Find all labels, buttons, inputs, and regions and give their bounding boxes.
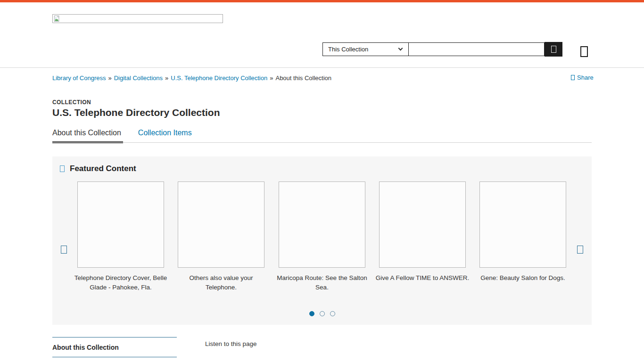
- featured-card-image[interactable]: [178, 181, 264, 268]
- breadcrumb-separator: »: [165, 74, 168, 82]
- site-header: This Collection: [0, 2, 644, 68]
- page: This Collection Library of Congress»Digi…: [0, 0, 644, 362]
- featured-card-caption[interactable]: Maricopa Route: See the Salton Sea.: [275, 273, 369, 292]
- carousel-previous-icon[interactable]: [61, 246, 67, 254]
- featured-content-icon: [60, 165, 65, 172]
- search-input[interactable]: [408, 42, 545, 56]
- search-button[interactable]: [545, 42, 562, 57]
- featured-card-image[interactable]: [379, 181, 466, 268]
- featured-card-image[interactable]: [77, 181, 164, 268]
- featured-content-title: Featured Content: [70, 164, 136, 173]
- featured-card-caption[interactable]: Telephone Directory Cover, Belle Glade -…: [74, 273, 168, 292]
- featured-card-caption[interactable]: Others also value your Telephone.: [174, 273, 268, 292]
- breadcrumb-link-collection[interactable]: U.S. Telephone Directory Collection: [171, 74, 267, 82]
- tab-bar: About this Collection Collection Items: [52, 129, 192, 143]
- search-scope-select[interactable]: This Collection: [322, 42, 408, 56]
- breadcrumb-separator: »: [108, 74, 111, 82]
- tab-about-this-collection[interactable]: About this Collection: [52, 129, 123, 143]
- tab-collection-items[interactable]: Collection Items: [138, 129, 192, 143]
- carousel-dot-1[interactable]: [309, 311, 314, 316]
- featured-card-caption[interactable]: Give A Fellow TIME to ANSWER.: [375, 273, 470, 283]
- tab-divider: [52, 142, 592, 143]
- featured-content-header: Featured Content: [60, 164, 136, 173]
- carousel-dot-2[interactable]: [320, 311, 325, 316]
- featured-card-image[interactable]: [479, 181, 566, 268]
- share-icon: [571, 75, 575, 80]
- breadcrumb: Library of Congress»Digital Collections»…: [52, 74, 331, 82]
- page-title: U.S. Telephone Directory Collection: [52, 107, 220, 118]
- menu-icon[interactable]: [580, 46, 588, 57]
- share-label: Share: [577, 74, 594, 81]
- breadcrumb-link-digital-collections[interactable]: Digital Collections: [114, 74, 163, 82]
- breadcrumb-link-library-of-congress[interactable]: Library of Congress: [52, 74, 106, 82]
- listen-to-this-page-button[interactable]: Listen to this page: [205, 340, 257, 347]
- search-icon: [551, 46, 556, 53]
- collection-eyebrow: COLLECTION: [52, 99, 91, 106]
- share-button[interactable]: Share: [571, 74, 594, 81]
- broken-image-icon: [54, 16, 60, 22]
- site-logo-broken-image[interactable]: [52, 14, 223, 23]
- featured-card-image[interactable]: [279, 181, 365, 268]
- carousel-next-icon[interactable]: [577, 246, 583, 254]
- sidebar-item-about-this-collection[interactable]: About this Collection: [52, 337, 177, 357]
- carousel-pagination: [52, 311, 592, 316]
- carousel-dot-3[interactable]: [330, 311, 335, 316]
- featured-content-section: Featured Content Telephone Directory Cov…: [52, 156, 592, 325]
- breadcrumb-current: About this Collection: [275, 74, 331, 82]
- breadcrumb-separator: »: [270, 74, 273, 82]
- featured-card-caption[interactable]: Gene: Beauty Salon for Dogs.: [476, 273, 570, 283]
- search-bar: This Collection: [322, 42, 562, 56]
- sidebar-item-label: About this Collection: [52, 344, 119, 351]
